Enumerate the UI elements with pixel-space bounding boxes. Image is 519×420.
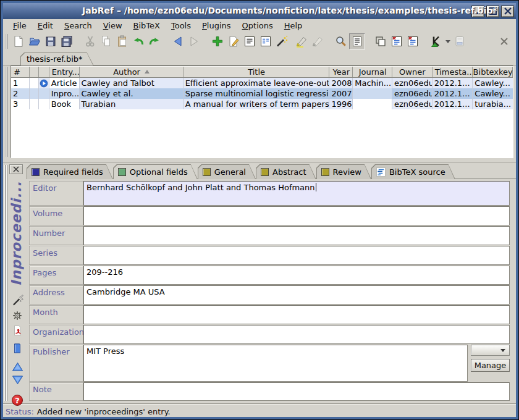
number-field-input[interactable] <box>83 226 510 245</box>
entry-editor: Inproceedi... ? Required fields Optional… <box>3 162 516 403</box>
review-square-icon <box>321 168 329 176</box>
close-database-button[interactable] <box>496 33 512 49</box>
copy-button[interactable] <box>98 33 114 49</box>
column-header-author[interactable]: Author <box>80 66 184 78</box>
volume-field-input[interactable] <box>83 206 510 225</box>
manage-button[interactable]: Manage <box>471 359 510 372</box>
new-subdatabase-button[interactable] <box>373 33 389 49</box>
close-entry-editor-x-icon <box>13 166 19 172</box>
field-label-organization: Organization <box>29 325 83 344</box>
table-row[interactable]: 1 Article Cawley and Talbot Efficient ap… <box>11 78 513 88</box>
help-button[interactable]: ? <box>11 393 24 407</box>
pages-field-input[interactable]: 209--216 <box>83 266 510 285</box>
previous-entry-button[interactable] <box>11 360 24 374</box>
menu-view[interactable]: View <box>98 20 127 32</box>
column-header-timestamp[interactable]: Timesta... <box>432 66 473 78</box>
bibtex-source-icon <box>376 167 386 177</box>
menu-plugins[interactable]: Plugins <box>197 20 236 32</box>
save-database-icon <box>44 35 57 48</box>
publisher-select-dropdown[interactable] <box>471 345 510 356</box>
table-row[interactable]: 3 Book Turabian A manual for writers of … <box>11 99 513 109</box>
push-to-dropdown-arrow-icon[interactable] <box>445 40 450 43</box>
menu-file[interactable]: File <box>8 20 32 32</box>
toolbar <box>3 32 516 51</box>
push-disabled-button[interactable] <box>452 33 468 49</box>
blue-file-icon <box>12 343 23 354</box>
column-header-title[interactable]: Title <box>184 66 330 78</box>
cut-button[interactable] <box>82 33 98 49</box>
mark-entries-button[interactable] <box>293 33 310 49</box>
undo-button[interactable] <box>130 33 146 49</box>
organization-field-input[interactable] <box>83 325 510 344</box>
edit-strings-button[interactable] <box>258 33 274 49</box>
field-label-volume: Volume <box>29 206 83 225</box>
table-row-selected[interactable]: 2 Inpro... Cawley et al. Sparse multinom… <box>11 88 513 99</box>
menubar: File Edit Search View BibTeX Tools Plugi… <box>3 19 516 32</box>
tab-bibtex-source[interactable]: BibTeX source <box>371 164 455 179</box>
cleanup-wand-button[interactable] <box>274 33 290 49</box>
tab-review[interactable]: Review <box>316 164 371 179</box>
save-database-button[interactable] <box>43 33 59 49</box>
status-label: Status: <box>6 407 34 416</box>
database-tab[interactable]: thesis-ref.bib* <box>20 52 94 65</box>
unmark-entries-button[interactable] <box>310 33 326 49</box>
open-pdf-button[interactable] <box>11 324 24 337</box>
paste-button[interactable] <box>114 33 130 49</box>
menu-search[interactable]: Search <box>59 20 97 32</box>
field-label-editor: Editor <box>29 181 83 206</box>
menu-help[interactable]: Help <box>279 20 308 32</box>
new-entry-button[interactable] <box>209 33 226 49</box>
column-header-number[interactable]: # <box>11 66 30 78</box>
column-header-file[interactable] <box>39 66 49 78</box>
tab-abstract[interactable]: Abstract <box>256 164 316 179</box>
table-empty-area[interactable] <box>11 109 513 158</box>
field-label-publisher: Publisher <box>29 345 83 382</box>
tab-required-fields[interactable]: Required fields <box>27 164 113 179</box>
column-header-year[interactable]: Year <box>329 66 353 78</box>
new-database-button[interactable] <box>11 33 27 49</box>
close-entry-editor-button[interactable] <box>9 164 23 174</box>
forward-button[interactable] <box>186 33 202 49</box>
menu-edit[interactable]: Edit <box>33 20 58 32</box>
column-header-owner[interactable]: Owner <box>392 66 432 78</box>
address-field-input[interactable]: Cambridge MA USA <box>83 285 510 304</box>
column-header-journal[interactable]: Journal <box>353 66 392 78</box>
table-header: # Entry... Author Title Year Journal Own… <box>11 66 513 78</box>
column-header-bibtexkey[interactable]: Bibtexkey <box>473 66 513 78</box>
column-header-ranking[interactable] <box>30 66 39 78</box>
search-button[interactable] <box>333 33 349 49</box>
series-field-input[interactable] <box>83 246 510 265</box>
push-to-application-2-button[interactable] <box>405 33 421 49</box>
note-field-input[interactable] <box>83 382 510 401</box>
save-all-databases-button[interactable] <box>59 33 75 49</box>
menu-options[interactable]: Options <box>237 20 278 32</box>
titlebar[interactable]: JabRef – /home/ezn06edu/Documents/nonfic… <box>3 3 516 19</box>
edit-preamble-button[interactable] <box>242 33 258 49</box>
tab-general[interactable]: General <box>198 164 256 179</box>
push-to-application-button[interactable] <box>389 33 405 49</box>
menu-bibtex[interactable]: BibTeX <box>129 20 165 32</box>
file-link-icon[interactable] <box>40 79 48 88</box>
column-header-entrytype[interactable]: Entry... <box>49 66 80 78</box>
generate-bibtexkey-button[interactable] <box>11 293 24 307</box>
toggle-groups-button[interactable] <box>349 33 365 49</box>
copy-icon <box>100 35 112 48</box>
autoset-button[interactable] <box>11 309 24 322</box>
up-triangle-icon <box>12 362 23 372</box>
toolbar-drag-handle[interactable] <box>5 34 9 49</box>
open-database-button[interactable] <box>27 33 43 49</box>
redo-button[interactable] <box>146 33 162 49</box>
back-button[interactable] <box>170 33 186 49</box>
close-button[interactable] <box>501 6 514 17</box>
next-entry-button[interactable] <box>11 373 24 387</box>
menu-tools[interactable]: Tools <box>166 20 196 32</box>
month-field-input[interactable] <box>83 305 510 324</box>
tab-optional-fields[interactable]: Optional fields <box>113 164 198 179</box>
open-file-button[interactable] <box>11 342 24 355</box>
status-bar: Status: Added new 'inproceedings' entry. <box>3 403 516 419</box>
editor-field-input[interactable]: Bernhard Schölkopf and John Platt and Th… <box>83 181 510 206</box>
publisher-field-input[interactable]: MIT Press <box>83 345 468 382</box>
push-to-lyx-button[interactable] <box>428 33 444 49</box>
edit-entry-button[interactable] <box>226 33 242 49</box>
table-side-handle[interactable] <box>5 67 9 157</box>
